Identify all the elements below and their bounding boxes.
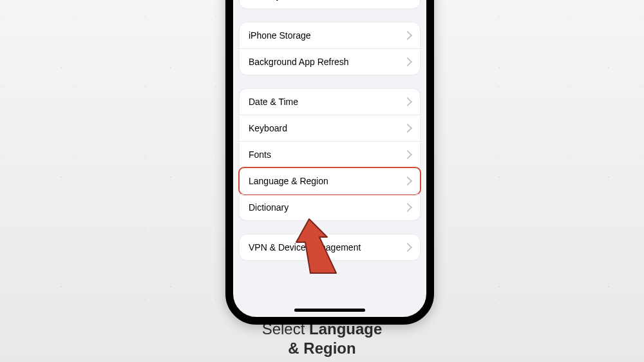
row-label: iPhone Storage <box>249 30 404 41</box>
row-label: Language & Region <box>249 176 404 186</box>
row-label: VPN & Device Management <box>249 242 404 252</box>
row-label: CarPlay <box>249 0 404 1</box>
chevron-right-icon <box>403 31 412 40</box>
chevron-right-icon <box>403 203 412 212</box>
row-keyboard[interactable]: Keyboard <box>240 115 420 141</box>
chevron-right-icon <box>403 150 412 159</box>
settings-group: VPN & Device Management <box>240 234 420 260</box>
chevron-right-icon <box>403 124 412 133</box>
row-label: Keyboard <box>249 123 404 133</box>
chevron-right-icon <box>403 243 412 252</box>
row-language-region[interactable]: Language & Region <box>240 167 420 194</box>
chevron-right-icon <box>403 97 412 106</box>
settings-group: Date & Time Keyboard Fonts Language & Re… <box>240 89 420 220</box>
row-label: Fonts <box>249 149 404 160</box>
row-dictionary[interactable]: Dictionary <box>240 194 420 220</box>
settings-group: Picture in Picture CarPlay <box>240 0 420 8</box>
chevron-right-icon <box>403 176 412 186</box>
row-label: Dictionary <box>249 202 404 213</box>
row-carplay[interactable]: CarPlay <box>240 0 420 8</box>
row-iphone-storage[interactable]: iPhone Storage <box>240 23 420 48</box>
row-fonts[interactable]: Fonts <box>240 141 420 167</box>
caption-bold: & Region <box>288 339 355 357</box>
row-label: Background App Refresh <box>249 57 404 67</box>
row-background-app-refresh[interactable]: Background App Refresh <box>240 48 420 75</box>
row-date-time[interactable]: Date & Time <box>240 89 420 115</box>
settings-screen: Picture in Picture CarPlay iPhone Storag… <box>233 0 426 317</box>
row-vpn-device-management[interactable]: VPN & Device Management <box>240 234 420 260</box>
settings-group: iPhone Storage Background App Refresh <box>240 23 420 75</box>
row-label: Date & Time <box>249 97 404 107</box>
phone-frame: Picture in Picture CarPlay iPhone Storag… <box>225 0 434 325</box>
home-indicator <box>294 309 365 312</box>
tutorial-stage: Picture in Picture CarPlay iPhone Storag… <box>0 0 644 362</box>
instruction-caption: Select Language & Region <box>0 319 644 358</box>
chevron-right-icon <box>403 57 412 66</box>
